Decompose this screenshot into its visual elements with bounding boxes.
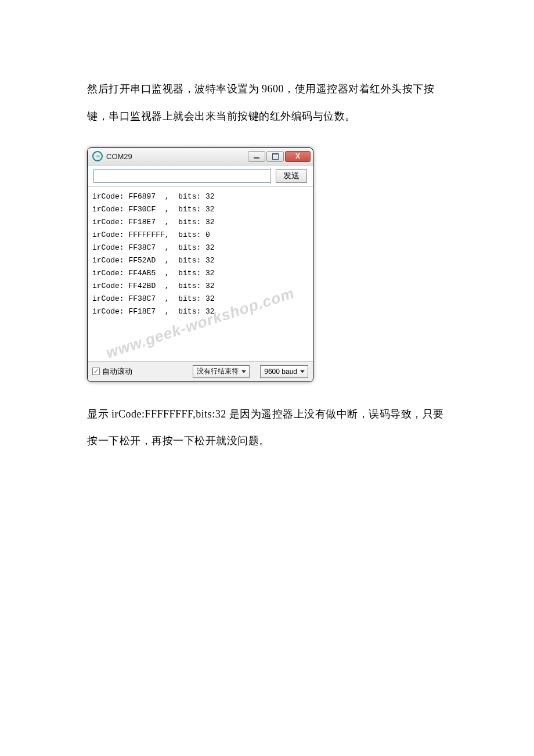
arduino-icon: ∞ [92, 151, 103, 161]
autoscroll-checkbox[interactable]: ✓ 自动滚动 [92, 366, 132, 377]
output-wrapper: irCode: FF6897 , bits: 32 irCode: FF30CF… [88, 187, 313, 361]
close-button[interactable]: X [285, 151, 311, 162]
line-ending-value: 没有行结束符 [197, 366, 239, 376]
autoscroll-label: 自动滚动 [102, 366, 132, 377]
baud-select[interactable]: 9600 baud [260, 365, 308, 378]
baud-value: 9600 baud [264, 368, 297, 376]
minimize-button[interactable] [248, 151, 265, 162]
send-button[interactable]: 发送 [276, 169, 307, 183]
explanation-paragraph: 显示 irCode:FFFFFFFF,bits:32 是因为遥控器上没有做中断，… [87, 401, 447, 455]
titlebar[interactable]: ∞ COM29 X [88, 148, 313, 165]
line-ending-select[interactable]: 没有行结束符 [193, 365, 250, 378]
window-title: COM29 [106, 152, 248, 161]
intro-paragraph: 然后打开串口监视器，波特率设置为 9600，使用遥控器对着红外头按下按键，串口监… [87, 75, 447, 130]
serial-footer: ✓ 自动滚动 没有行结束符 9600 baud [88, 361, 313, 381]
maximize-button[interactable] [266, 151, 284, 162]
serial-input[interactable] [93, 169, 271, 183]
window-controls: X [248, 151, 311, 162]
serial-monitor-window: ∞ COM29 X 发送 irCode: FF6897 , bits: 32 i… [87, 147, 313, 382]
checkbox-icon: ✓ [92, 368, 100, 375]
serial-output: irCode: FF6897 , bits: 32 irCode: FF30CF… [88, 187, 313, 361]
send-row: 发送 [88, 165, 313, 187]
